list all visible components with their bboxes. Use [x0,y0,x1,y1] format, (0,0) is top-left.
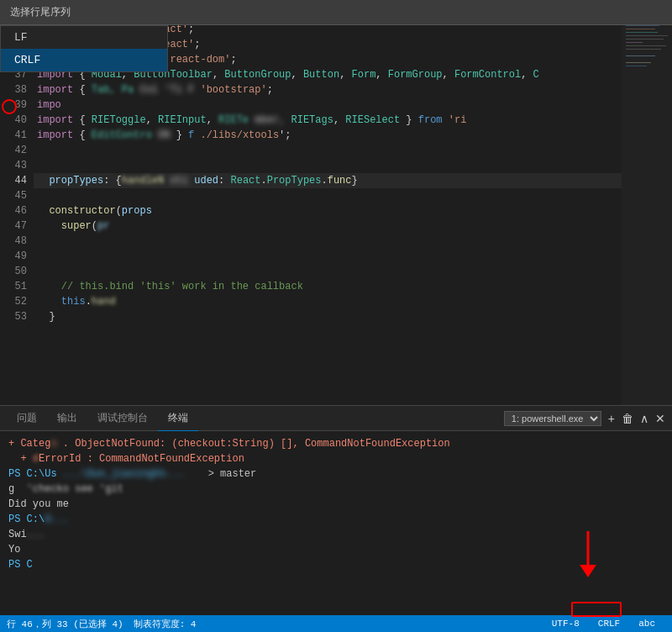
dropdown-title: 选择行尾序列 [10,5,71,19]
maximize-panel-button[interactable]: ∧ [640,412,648,425]
line-num-43: 43 [0,158,27,173]
line-num-50: 50 [0,264,27,279]
status-line-col[interactable]: 行 46，列 33 (已选择 4) [7,618,123,630]
code-line-53: } [34,309,622,324]
line-num-41: 41 [0,128,27,143]
dropdown-item-lf[interactable]: LF [1,26,167,49]
line-num-48: 48 [0,234,27,249]
term-line8: Yo [8,542,664,557]
status-tab-size[interactable]: 制表符宽度: 4 [134,618,197,630]
code-line-43 [34,158,622,173]
kill-terminal-button[interactable]: 🗑 [622,412,633,425]
editor-area: 34 35 36 37 38 39 40 41 42 43 44 45 46 4… [0,18,672,405]
code-line-40: import { RIEToggle, RIEInput, RIETe mber… [34,113,622,128]
panel-tab-right: 1: powershell.exe + 🗑 ∧ ✕ [504,411,665,426]
line-numbers: 34 35 36 37 38 39 40 41 42 43 44 45 46 4… [0,18,34,405]
term-line4: g 'checko see 'git [8,482,664,497]
terminal-content[interactable]: + Catego . ObjectNotFound: (checkout:Str… [0,431,672,615]
add-terminal-button[interactable]: + [608,412,615,425]
status-right: UTF-8 CRLF abc [552,619,665,629]
code-line-52: this.hand [34,294,622,309]
terminal-panel: 问题 输出 调试控制台 终端 1: powershell.exe + 🗑 ∧ ✕… [0,405,672,615]
line-num-47: 47 [0,219,27,234]
code-line-41: import { EditContro ON } f ./libs/xtools… [34,128,622,143]
code-line-44: propTypes: {handleN oti uded: React.Prop… [34,173,622,188]
dropdown-list: LF CRLF [0,25,168,72]
term-error-line2: + dErrorId : CommandNotFoundException [8,451,664,466]
line-num-46: 46 [0,203,27,219]
line-num-44: 44 [0,173,27,188]
code-content[interactable]: import React from 'react'; import T from… [34,18,622,405]
dropdown-item-crlf[interactable]: CRLF [1,49,167,71]
code-line-51: // this.bind 'this' work in the callback [34,279,622,294]
line-num-42: 42 [0,143,27,158]
tab-problems[interactable]: 问题 [7,406,47,431]
status-language[interactable]: abc [638,619,655,629]
svg-rect-0 [622,18,672,405]
code-line-49 [34,249,622,264]
term-line3: PS C:\Us ...\Sun_jiaxingVo... > master [8,466,664,482]
tab-terminal[interactable]: 终端 [158,406,198,431]
code-line-42 [34,143,622,158]
code-line-47: super(pr [34,219,622,234]
tab-debug-console[interactable]: 调试控制台 [87,406,158,431]
code-line-46: constructor(props [34,203,622,219]
term-error-line1: + Catego . ObjectNotFound: (checkout:Str… [8,436,664,451]
code-line-38: import { Tab, Pa Col 'Ti F 'bootstrap'; [34,82,622,97]
code-line-48 [34,234,622,249]
line-num-45: 45 [0,188,27,203]
panel-tabs: 问题 输出 调试控制台 终端 1: powershell.exe + 🗑 ∧ ✕ [0,406,672,431]
term-line7: Swi... [8,527,664,542]
minimap [622,18,672,405]
term-line9: PS C [8,557,664,572]
status-line-ending[interactable]: CRLF [598,619,620,629]
tab-output[interactable]: 输出 [47,406,87,431]
code-line-50 [34,264,622,279]
term-line5: Did you me [8,497,664,512]
close-panel-button[interactable]: ✕ [655,412,665,425]
code-line-45 [34,188,622,203]
status-bar: 行 46，列 33 (已选择 4) 制表符宽度: 4 UTF-8 CRLF ab… [0,615,672,632]
line-ending-dropdown: 选择行尾序列 LF CRLF [0,0,672,72]
line-num-53: 53 [0,309,27,324]
code-line-39: impo [34,97,622,113]
line-num-49: 49 [0,249,27,264]
dropdown-header: 选择行尾序列 [0,0,672,25]
terminal-selector[interactable]: 1: powershell.exe [504,411,601,426]
status-encoding[interactable]: UTF-8 [552,619,580,629]
line-num-39: 39 [0,97,27,113]
line-num-40: 40 [0,113,27,128]
line-num-51: 51 [0,279,27,294]
line-num-52: 52 [0,294,27,309]
line-num-38: 38 [0,82,27,97]
term-line6: PS C:\U... [8,512,664,527]
